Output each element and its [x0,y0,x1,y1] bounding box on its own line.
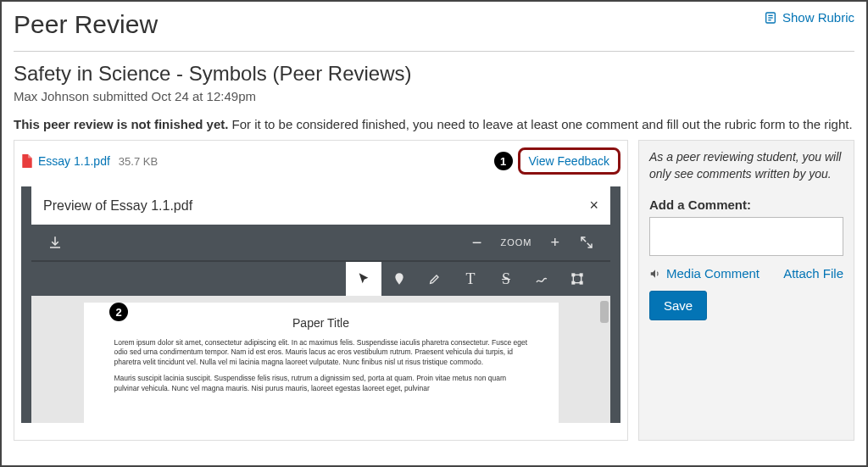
file-name-link[interactable]: Essay 1.1.pdf [38,154,110,168]
save-button[interactable]: Save [649,291,707,320]
callout-1: 1 [494,152,513,170]
svg-rect-6 [580,274,582,276]
preview-header: Preview of Essay 1.1.pdf × [31,186,610,225]
attach-file-link[interactable]: Attach File [783,266,843,281]
rubric-icon [764,11,777,25]
file-size: 35.7 KB [119,155,158,168]
document-paragraph: Lorem ipsum dolor sit amet, consectetur … [114,338,528,367]
zoom-label: ZOOM [500,237,531,247]
file-row: Essay 1.1.pdf 35.7 KB 1 View Feedback [21,146,620,176]
download-icon[interactable] [47,234,64,251]
document-title: Paper Title [114,316,528,330]
separator [14,51,854,52]
show-rubric-link[interactable]: Show Rubric [764,10,854,25]
view-feedback-box: View Feedback [518,147,620,175]
assignment-title: Safety in Science - Symbols (Peer Review… [14,62,854,86]
view-feedback-link[interactable]: View Feedback [529,154,609,168]
freedraw-tool[interactable] [524,262,559,296]
area-tool[interactable] [559,262,595,296]
comment-column: As a peer reviewing student, you will on… [638,140,854,441]
document-paragraph: Mauris suscipit lacinia suscipit. Suspen… [114,374,528,393]
scrollbar[interactable] [600,301,609,323]
warning-bold: This peer review is not finished yet. [14,117,228,131]
callout-2: 2 [109,303,128,321]
fullscreen-icon[interactable] [578,234,595,251]
svg-rect-7 [572,281,575,284]
page-title: Peer Review [14,10,158,39]
zoom-in-button[interactable]: + [550,234,559,252]
show-rubric-label: Show Rubric [782,10,854,25]
media-comment-label: Media Comment [666,266,760,281]
pin-tool[interactable] [381,262,417,296]
document-page: Paper Title Lorem ipsum dolor sit amet, … [84,303,559,423]
preview-toolbar: − ZOOM + [31,225,610,262]
pointer-tool[interactable] [346,262,381,296]
highlight-tool[interactable] [417,262,453,296]
close-icon[interactable]: × [589,197,598,214]
svg-rect-8 [580,281,582,284]
media-comment-link[interactable]: Media Comment [649,266,760,281]
strikethrough-tool[interactable]: S [488,262,524,296]
submitted-text: Max Johnson submitted Oct 24 at 12:49pm [14,89,854,103]
reviewer-note: As a peer reviewing student, you will on… [649,149,843,182]
pdf-icon [21,154,33,168]
speaker-icon [649,268,661,280]
warning-rest: For it to be considered finished, you ne… [228,117,852,131]
preview-header-title: Preview of Essay 1.1.pdf [43,198,192,214]
document-area[interactable]: 2 Paper Title Lorem ipsum dolor sit amet… [31,296,610,423]
text-tool[interactable]: T [453,262,488,296]
add-comment-label: Add a Comment: [649,197,843,212]
zoom-out-button[interactable]: − [472,233,482,253]
svg-rect-5 [572,274,575,276]
comment-textarea[interactable] [649,217,843,256]
document-preview: Preview of Essay 1.1.pdf × − ZOOM + [21,186,620,423]
warning-row: This peer review is not finished yet. Fo… [14,117,854,131]
annotation-toolbar: T S [31,262,610,296]
submission-column: Essay 1.1.pdf 35.7 KB 1 View Feedback Pr… [14,140,628,441]
